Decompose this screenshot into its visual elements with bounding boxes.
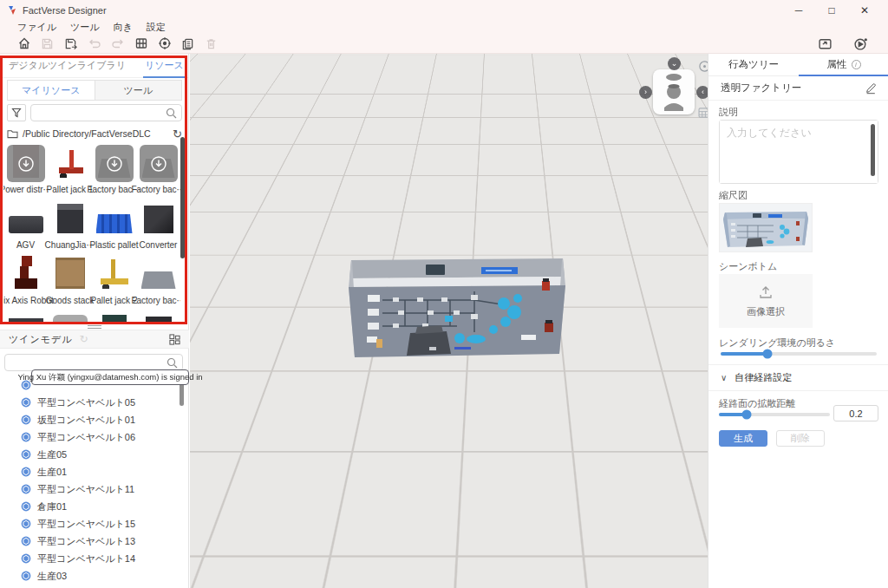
chevron-down-icon: ∨	[721, 373, 727, 382]
app-logo-icon	[7, 5, 17, 16]
search-icon	[166, 108, 177, 119]
resource-item[interactable]	[92, 310, 136, 324]
twin-model-icon	[21, 415, 31, 425]
rotate-left-button[interactable]: ›	[639, 86, 652, 99]
delete-button[interactable]: 削除	[776, 430, 825, 447]
resource-item[interactable]: Converter	[136, 199, 180, 255]
resource-item[interactable]: Pallet jack 2	[92, 255, 136, 310]
tab-resource[interactable]: リソース	[145, 55, 184, 78]
twin-model-item[interactable]: 生産03	[0, 567, 184, 585]
close-button[interactable]: ✕	[848, 0, 881, 21]
resource-grid: Power distr⋯ Pallet jack 1 Factory bac⋯	[3, 144, 180, 324]
structure-view-icon[interactable]	[169, 334, 180, 345]
diffusion-value-input[interactable]	[833, 405, 878, 421]
copy-icon[interactable]	[176, 35, 199, 52]
grid-toggle-icon[interactable]	[697, 106, 708, 120]
resource-item[interactable]: Goods stack	[48, 255, 92, 310]
redo-icon[interactable]	[106, 35, 129, 52]
route-settings-section[interactable]: ∨ 自律経路設定	[721, 371, 792, 384]
scale-view-thumbnail[interactable]	[719, 203, 813, 252]
undo-icon[interactable]	[82, 35, 106, 52]
brightness-slider-knob[interactable]	[763, 350, 773, 359]
resource-item[interactable]: Factory bac⋯	[136, 144, 180, 199]
resource-grid-scrollbar[interactable]	[180, 137, 185, 258]
menu-file[interactable]: ファイル	[17, 21, 56, 34]
twin-model-icon	[21, 536, 31, 546]
subtab-tools[interactable]: ツール	[95, 81, 182, 100]
filter-button[interactable]	[7, 104, 26, 121]
twin-model-item[interactable]: 平型コンベヤベルト15	[0, 515, 184, 532]
tab-digital-twin-library[interactable]: デジタルツインライブラリ	[9, 55, 126, 78]
resource-item[interactable]: Factory bac⋯	[92, 144, 136, 199]
sync-icon: ↻	[80, 333, 88, 345]
upload-icon	[758, 284, 774, 300]
viewport-3d-canvas[interactable]: ⌄ › ‹	[190, 54, 708, 588]
resource-item[interactable]	[136, 310, 180, 324]
subtab-my-resources[interactable]: マイリソース	[8, 81, 95, 100]
twin-model-item[interactable]: 平型コンベヤベルト11	[0, 480, 184, 498]
maximize-button[interactable]: □	[815, 0, 848, 21]
twin-model-item[interactable]: 平型コンベヤベルト13	[0, 532, 184, 550]
save-as-icon[interactable]	[59, 35, 82, 52]
twin-model-item[interactable]: 平型コンベヤベルト14	[0, 550, 184, 567]
description-textarea[interactable]	[720, 121, 878, 183]
twin-model-item[interactable]: 作業員02	[0, 585, 184, 588]
resource-item[interactable]: Power distr⋯	[3, 144, 48, 199]
rotate-up-button[interactable]: ⌄	[668, 57, 681, 70]
twin-model-icon	[21, 432, 31, 442]
twin-model-item[interactable]: 平型コンベヤベルト05	[0, 394, 184, 411]
resource-label: Power distr⋯	[3, 185, 52, 194]
tab-behavior-tree[interactable]: 行為ツリー	[708, 54, 799, 75]
brightness-slider[interactable]	[721, 352, 877, 356]
scene-map-icon[interactable]	[129, 35, 153, 52]
minimize-button[interactable]: ─	[782, 0, 815, 21]
generate-button[interactable]: 生成	[719, 430, 767, 447]
resource-item[interactable]	[3, 310, 48, 324]
diffusion-slider-knob[interactable]	[742, 410, 752, 420]
resource-label: Plastic pallet	[89, 240, 138, 250]
run-preview-icon[interactable]	[849, 35, 872, 52]
resource-item[interactable]: ChuangJia⋯	[48, 199, 92, 255]
twin-model-search-input[interactable]	[5, 355, 182, 370]
textarea-scrollbar[interactable]	[871, 124, 875, 176]
twin-model-icon	[21, 397, 31, 408]
resource-search-input[interactable]	[31, 105, 181, 121]
home-icon[interactable]	[12, 35, 36, 52]
resource-item[interactable]: AGV	[3, 199, 48, 255]
export-image-icon[interactable]	[813, 35, 837, 52]
view-cube[interactable]	[653, 69, 695, 114]
factory-scene[interactable]	[344, 250, 570, 364]
scene-bottom-label: シーンボトム	[719, 260, 777, 273]
delete-icon[interactable]	[199, 35, 223, 52]
twin-model-title: ツインモデル	[9, 333, 73, 346]
resource-item[interactable]: Six Axis Robot	[3, 255, 48, 310]
resource-item[interactable]: Pallet jack 1	[48, 144, 92, 199]
twin-model-item[interactable]: 倉庫01	[0, 498, 184, 515]
twin-model-item[interactable]: 生産05	[0, 446, 184, 463]
locate-icon[interactable]	[153, 35, 176, 52]
reset-view-icon[interactable]	[697, 59, 708, 73]
resource-library-panel: デジタルツインライブラリ リソース マイリソース ツール /Public Dir…	[0, 54, 189, 588]
edit-name-icon[interactable]	[865, 82, 877, 95]
resource-item[interactable]: Plastic pallet	[92, 199, 136, 255]
diffusion-slider[interactable]	[719, 413, 830, 416]
save-icon[interactable]	[36, 35, 59, 52]
menu-orientation[interactable]: 向き	[114, 21, 133, 34]
twin-model-item[interactable]: 生産01	[0, 463, 184, 480]
resource-item[interactable]	[48, 310, 92, 324]
twin-model-header: ツインモデル ↻	[0, 330, 189, 349]
tab-properties[interactable]: 属性 i	[799, 54, 888, 75]
twin-model-item[interactable]: 平型コンベヤベルト06	[0, 428, 184, 446]
download-icon	[7, 145, 45, 182]
resource-item[interactable]: Factory bac⋯	[136, 255, 180, 310]
twin-model-icon	[21, 519, 31, 529]
menu-settings[interactable]: 設定	[147, 21, 166, 34]
twin-model-icon	[21, 553, 31, 564]
library-tabs: デジタルツインライブラリ リソース	[0, 56, 188, 78]
menu-tools[interactable]: ツール	[70, 21, 100, 34]
twin-model-item[interactable]: 坂型コンベヤベルト01	[0, 411, 184, 428]
scene-bottom-upload[interactable]: 画像選択	[719, 274, 813, 328]
rotate-right-button[interactable]: ‹	[696, 86, 708, 99]
toolbar	[0, 34, 888, 54]
right-panel-tabs: 行為ツリー 属性 i	[708, 54, 888, 76]
